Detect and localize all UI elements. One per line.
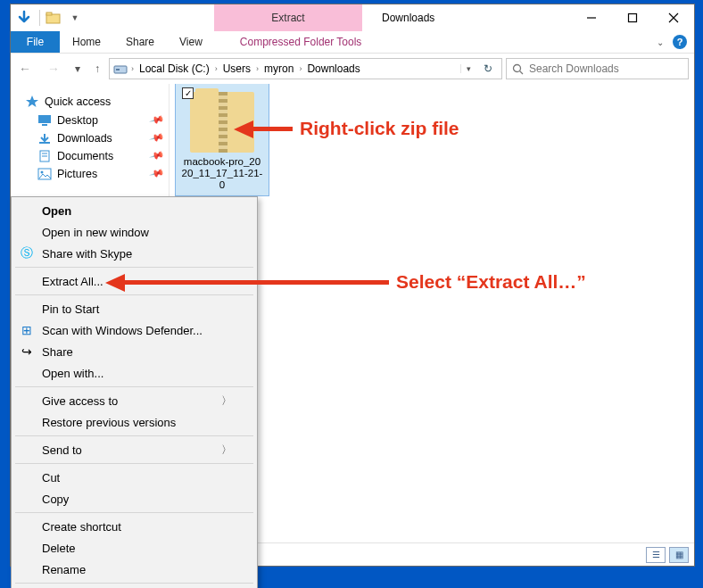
quick-access-label: Quick access xyxy=(45,95,111,108)
nav-back-button[interactable]: ← xyxy=(12,56,37,81)
crumb-myron[interactable]: myron xyxy=(262,62,295,75)
menu-restore-versions[interactable]: Restore previous versions xyxy=(13,411,255,433)
qat-dropdown-icon[interactable]: ▼ xyxy=(65,8,85,28)
svg-point-16 xyxy=(41,171,44,174)
ribbon-expand-icon[interactable]: ⌄ xyxy=(657,37,664,47)
quick-access-toolbar: ▼ xyxy=(11,4,90,31)
tab-share[interactable]: Share xyxy=(113,31,167,53)
tab-view[interactable]: View xyxy=(167,31,215,53)
search-input[interactable]: Search Downloads xyxy=(506,58,689,79)
menu-label: Send to xyxy=(42,443,82,457)
minimize-button[interactable] xyxy=(571,4,612,31)
menu-pin-to-start[interactable]: Pin to Start xyxy=(13,298,255,319)
tab-home[interactable]: Home xyxy=(60,31,113,53)
tab-compressed-folder-tools[interactable]: Compressed Folder Tools xyxy=(227,31,375,53)
sidebar-item-downloads[interactable]: Downloads 📌 xyxy=(37,132,169,145)
sidebar-item-label: Desktop xyxy=(57,114,151,127)
nav-recent-dropdown[interactable]: ▾ xyxy=(70,62,86,75)
close-button[interactable] xyxy=(653,4,694,31)
svg-rect-10 xyxy=(42,124,47,126)
file-item-zip[interactable]: ✓ macbook-pro_2020_11_17_11-21-0 xyxy=(175,84,269,196)
menu-send-to[interactable]: Send to〉 xyxy=(13,439,255,460)
menu-delete[interactable]: Delete xyxy=(13,537,255,559)
address-row: ← → ▾ ↑ › Local Disk (C:) › Users › myro… xyxy=(11,54,694,84)
menu-copy[interactable]: Copy xyxy=(13,488,255,509)
sidebar-item-documents[interactable]: Documents 📌 xyxy=(37,150,169,162)
chevron-icon[interactable]: › xyxy=(213,64,219,73)
file-name: macbook-pro_2020_11_17_11-21-0 xyxy=(179,156,265,194)
submenu-arrow-icon: 〉 xyxy=(221,393,232,409)
menu-create-shortcut[interactable]: Create shortcut xyxy=(13,516,255,537)
nav-up-button[interactable]: ↑ xyxy=(89,62,105,75)
star-icon xyxy=(25,95,39,109)
menu-share-skype[interactable]: ⓈShare with Skype xyxy=(13,243,255,264)
desktop-icon xyxy=(37,114,52,127)
pin-icon: 📌 xyxy=(148,129,165,146)
pin-icon: 📌 xyxy=(148,147,165,164)
menu-share[interactable]: ↪Share xyxy=(13,341,255,362)
maximize-button[interactable] xyxy=(612,4,653,31)
window-controls xyxy=(571,4,694,31)
menu-cut[interactable]: Cut xyxy=(13,467,255,488)
pin-icon: 📌 xyxy=(148,165,165,182)
window-title: Downloads xyxy=(382,12,434,24)
sidebar-item-label: Downloads xyxy=(57,132,151,145)
skype-icon: Ⓢ xyxy=(19,245,35,261)
nav-forward-button[interactable]: → xyxy=(41,56,66,81)
svg-line-7 xyxy=(520,70,524,74)
quick-access-header[interactable]: Quick access xyxy=(25,95,169,109)
annotation-extract-all: Select “Extract All…” xyxy=(396,271,586,293)
svg-rect-3 xyxy=(629,14,637,22)
chevron-icon[interactable]: › xyxy=(297,64,303,73)
large-icons-view-button[interactable]: ▦ xyxy=(669,547,689,563)
contextual-tab-extract[interactable]: Extract xyxy=(214,4,362,31)
crumb-users[interactable]: Users xyxy=(221,62,252,75)
address-dropdown-icon[interactable]: ▾ xyxy=(460,64,476,73)
svg-rect-9 xyxy=(38,115,51,123)
documents-icon xyxy=(37,150,52,162)
ribbon-tabs: File Home Share View Compressed Folder T… xyxy=(11,31,694,54)
menu-rename[interactable]: Rename xyxy=(13,559,255,580)
annotation-right-click: Right-click zip file xyxy=(300,118,459,139)
file-tab[interactable]: File xyxy=(11,31,60,53)
menu-scan-defender[interactable]: ⊞Scan with Windows Defender... xyxy=(13,319,255,341)
help-icon[interactable]: ? xyxy=(673,35,687,49)
svg-rect-1 xyxy=(46,12,52,15)
menu-open[interactable]: Open xyxy=(13,200,255,221)
menu-label: Give access to xyxy=(42,394,118,408)
sidebar-item-desktop[interactable]: Desktop 📌 xyxy=(37,114,169,127)
pin-icon: 📌 xyxy=(148,112,165,128)
menu-label: Share xyxy=(42,345,73,359)
crumb-downloads[interactable]: Downloads xyxy=(305,62,361,75)
menu-open-new-window[interactable]: Open in new window xyxy=(13,221,255,243)
address-bar[interactable]: › Local Disk (C:) › Users › myron › Down… xyxy=(109,58,502,79)
svg-point-6 xyxy=(514,64,521,71)
menu-give-access[interactable]: Give access to〉 xyxy=(13,390,255,411)
drive-icon xyxy=(113,62,128,76)
down-arrow-icon[interactable] xyxy=(14,8,34,28)
new-folder-icon[interactable] xyxy=(44,8,63,28)
context-menu: Open Open in new window ⓈShare with Skyp… xyxy=(11,196,258,588)
search-placeholder: Search Downloads xyxy=(529,62,619,75)
share-icon: ↪ xyxy=(19,344,35,359)
sidebar-item-label: Pictures xyxy=(57,168,151,180)
chevron-icon[interactable]: › xyxy=(129,64,136,73)
pictures-icon xyxy=(37,168,52,180)
menu-open-with[interactable]: Open with... xyxy=(13,362,255,384)
details-view-button[interactable]: ☰ xyxy=(646,547,666,563)
refresh-icon[interactable]: ↻ xyxy=(478,62,498,75)
menu-label: Scan with Windows Defender... xyxy=(42,324,203,337)
defender-shield-icon: ⊞ xyxy=(19,323,35,337)
chevron-icon[interactable]: › xyxy=(254,64,261,73)
downloads-icon xyxy=(37,132,52,145)
sidebar-item-label: Documents xyxy=(57,150,151,162)
svg-rect-5 xyxy=(116,69,120,70)
submenu-arrow-icon: 〉 xyxy=(221,443,232,458)
sidebar-item-pictures[interactable]: Pictures 📌 xyxy=(37,168,169,180)
file-checkbox[interactable]: ✓ xyxy=(182,87,194,99)
crumb-drive[interactable]: Local Disk (C:) xyxy=(137,62,211,75)
titlebar: ▼ Extract Downloads xyxy=(11,4,694,31)
svg-marker-8 xyxy=(26,95,38,107)
menu-label: Share with Skype xyxy=(42,247,132,261)
search-icon xyxy=(512,63,524,75)
